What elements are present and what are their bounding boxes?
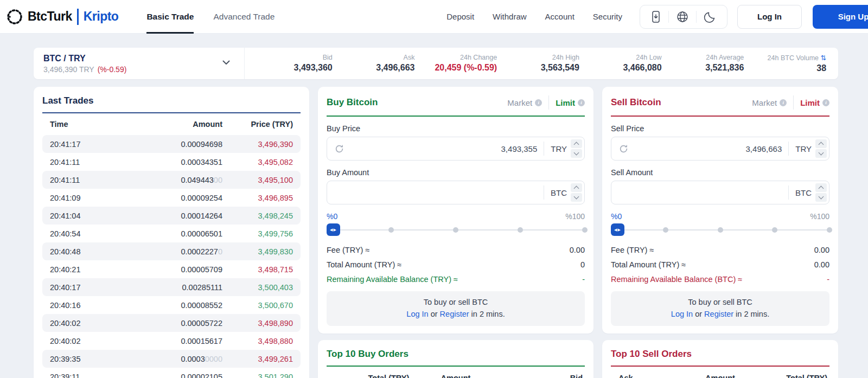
last-trades-title: Last Trades bbox=[42, 95, 94, 106]
trade-amount: 0.00008552 bbox=[110, 301, 222, 310]
trade-row: 20:41:170.000946983,496,390 bbox=[42, 135, 301, 153]
sell-limit-tab[interactable]: Limiti bbox=[800, 98, 829, 107]
info-icon[interactable]: i bbox=[535, 99, 542, 106]
main-content: Buy Bitcoin Marketi Limiti Buy Price TRY bbox=[34, 87, 838, 378]
logo-divider bbox=[77, 9, 79, 25]
nav-link-withdraw[interactable]: Withdraw bbox=[493, 12, 527, 21]
trade-time: 20:39:35 bbox=[50, 355, 110, 363]
log-in-button[interactable]: Log In bbox=[737, 5, 802, 29]
ticker-stat-label: Bid bbox=[250, 54, 333, 61]
cta-line2: Log In or Register in 2 mins. bbox=[616, 308, 824, 320]
unit-divider bbox=[788, 142, 789, 156]
orders-column-amount: Amount bbox=[681, 374, 760, 378]
sell-percent-slider: ◀▶ bbox=[611, 223, 829, 237]
trade-price: 3,500,403 bbox=[222, 283, 293, 292]
trade-row: 20:40:540.000065013,499,756 bbox=[42, 225, 301, 242]
buy-limit-tab[interactable]: Limiti bbox=[556, 98, 585, 107]
buy-market-tab[interactable]: Marketi bbox=[507, 98, 542, 107]
summary-value: 0 bbox=[580, 260, 585, 269]
buy-percent-slider: ◀▶ bbox=[327, 223, 585, 237]
ticker-stat: 24h Change20,459 (%-0.59) bbox=[414, 54, 497, 73]
slider-handle[interactable]: ◀▶ bbox=[611, 223, 624, 236]
stepper-up-icon[interactable] bbox=[571, 183, 582, 192]
slider-handle[interactable]: ◀▶ bbox=[327, 223, 340, 236]
log-in-link[interactable]: Log In bbox=[406, 310, 428, 318]
trade-amount: 0.00094698 bbox=[110, 140, 222, 149]
last-trades-rows: 20:41:170.000946983,496,39020:41:110.000… bbox=[42, 135, 301, 378]
log-in-link[interactable]: Log In bbox=[671, 310, 693, 318]
stepper-up-icon[interactable] bbox=[815, 183, 827, 192]
ticker-stat-label: 24h Low bbox=[579, 54, 662, 61]
nav-link-deposit[interactable]: Deposit bbox=[446, 12, 474, 21]
top-buy-orders-columns: Total (TRY)AmountBid bbox=[327, 374, 585, 378]
trade-time: 20:41:11 bbox=[50, 158, 110, 166]
trade-time: 20:40:54 bbox=[50, 229, 110, 238]
summary-value: 0.00 bbox=[814, 260, 829, 269]
sell-price-input[interactable] bbox=[633, 144, 782, 153]
stepper-down-icon[interactable] bbox=[571, 149, 582, 158]
top-sell-orders-header: Top 10 Sell Orders bbox=[611, 349, 829, 367]
pair-name: BTC / TRY bbox=[43, 54, 126, 63]
ticker-stat: 24h Average3,521,836 bbox=[662, 54, 744, 73]
btcturk-logo[interactable]: BtcTurk Kripto bbox=[5, 8, 118, 26]
trade-amount: 0.00005722 bbox=[110, 319, 222, 328]
primary-tabs: Basic TradeAdvanced Trade bbox=[146, 0, 275, 34]
trade-amount-padding: 00 bbox=[214, 176, 222, 184]
ticker-stat-value: 20,459 (%-0.59) bbox=[414, 63, 497, 73]
trade-row: 20:40:170.002851113,500,403 bbox=[42, 278, 301, 296]
sell-cta-box: To buy or sell BTC Log In or Register in… bbox=[611, 291, 829, 326]
sell-market-tab[interactable]: Marketi bbox=[752, 98, 787, 107]
pair-selector[interactable]: BTC / TRY 3,496,390 TRY(%-0.59) bbox=[34, 54, 244, 74]
refresh-price-icon[interactable] bbox=[334, 144, 344, 154]
register-link[interactable]: Register bbox=[440, 310, 469, 318]
ticker-stat-value: 3,521,836 bbox=[662, 63, 744, 73]
summary-label: Total Amount (TRY) ≈ bbox=[611, 260, 686, 269]
trade-price: 3,499,756 bbox=[222, 229, 293, 238]
refresh-price-icon[interactable] bbox=[618, 144, 629, 154]
summary-value: - bbox=[582, 275, 585, 284]
column-amount: Amount bbox=[110, 120, 222, 129]
trade-amount: 0.00009254 bbox=[110, 194, 222, 202]
stepper-down-icon[interactable] bbox=[815, 149, 827, 158]
chevron-down-icon[interactable] bbox=[220, 56, 232, 71]
tab-advanced-trade[interactable]: Advanced Trade bbox=[213, 0, 275, 34]
info-icon[interactable]: i bbox=[822, 99, 829, 106]
cta-line2: Log In or Register in 2 mins. bbox=[332, 308, 579, 320]
buy-price-stepper bbox=[571, 139, 582, 158]
dark-mode-moon-icon[interactable] bbox=[697, 10, 724, 23]
info-icon[interactable]: i bbox=[578, 99, 585, 106]
buy-amount-input[interactable] bbox=[334, 188, 537, 197]
cta-line1: To buy or sell BTC bbox=[332, 296, 579, 308]
tab-separator bbox=[548, 95, 549, 110]
nav-link-account[interactable]: Account bbox=[545, 12, 575, 21]
last-trades-header: Last Trades bbox=[42, 95, 301, 113]
language-globe-icon[interactable] bbox=[669, 10, 696, 23]
slider-dot bbox=[388, 227, 394, 233]
trade-time: 20:41:11 bbox=[50, 176, 110, 184]
buy-amount-inputbox: BTC bbox=[327, 181, 585, 204]
app-download-icon[interactable] bbox=[643, 10, 668, 23]
register-link[interactable]: Register bbox=[704, 310, 733, 318]
trade-price: 3,496,895 bbox=[222, 194, 293, 202]
info-icon[interactable]: i bbox=[780, 99, 787, 106]
sign-up-button[interactable]: Sign Up bbox=[813, 5, 868, 29]
ticker-stat: Ask3,496,663 bbox=[333, 54, 415, 73]
sell-price-label: Sell Price bbox=[611, 124, 829, 133]
trade-price: 3,499,261 bbox=[222, 355, 293, 363]
trade-price: 3,501,290 bbox=[222, 373, 293, 378]
tab-basic-trade[interactable]: Basic Trade bbox=[146, 0, 194, 34]
stepper-up-icon[interactable] bbox=[571, 139, 582, 148]
buy-amount-stepper bbox=[571, 183, 582, 202]
sell-amount-input[interactable] bbox=[618, 188, 782, 197]
summary-row: Total Amount (TRY) ≈0 bbox=[327, 257, 585, 272]
stepper-up-icon[interactable] bbox=[815, 139, 827, 148]
nav-link-security[interactable]: Security bbox=[593, 12, 622, 21]
stepper-down-icon[interactable] bbox=[571, 193, 582, 202]
trade-price: 3,496,390 bbox=[222, 140, 293, 149]
buy-summary: Fee (TRY) ≈0.00Total Amount (TRY) ≈0Rema… bbox=[327, 242, 585, 286]
buy-price-input[interactable] bbox=[349, 144, 537, 153]
stepper-down-icon[interactable] bbox=[815, 193, 827, 202]
trade-row: 20:41:090.000092543,496,895 bbox=[42, 189, 301, 207]
trade-amount: 0.00034351 bbox=[110, 158, 222, 166]
sort-arrows-icon[interactable]: ⇅ bbox=[821, 54, 826, 62]
